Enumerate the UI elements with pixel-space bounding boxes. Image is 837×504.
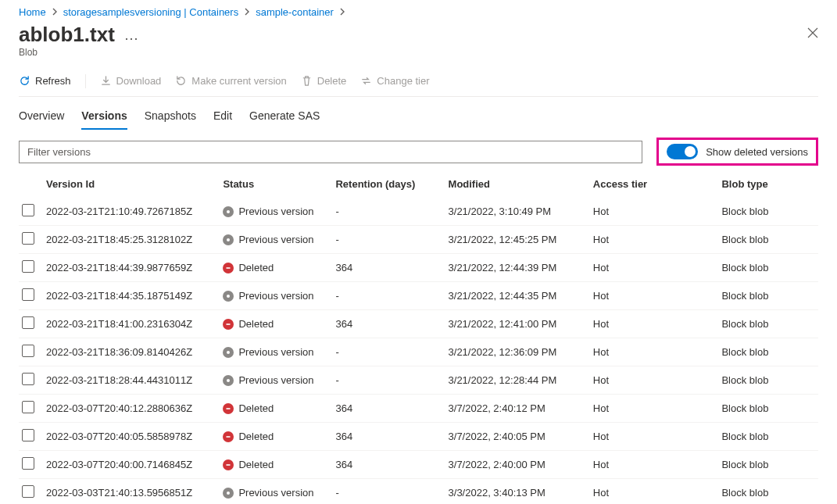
- table-row[interactable]: 2022-03-21T18:41:00.2316304ZDeleted3643/…: [19, 310, 818, 338]
- refresh-label: Refresh: [35, 75, 71, 87]
- table-row[interactable]: 2022-03-21T18:45:25.3128102ZPrevious ver…: [19, 226, 818, 254]
- download-icon: [100, 75, 112, 87]
- change-tier-button[interactable]: Change tier: [360, 73, 429, 88]
- cell-status: Deleted: [223, 310, 335, 338]
- col-blob-type[interactable]: Blob type: [721, 170, 818, 198]
- cell-status: Previous version: [223, 366, 335, 395]
- tab-overview[interactable]: Overview: [19, 106, 64, 130]
- cell-version-id: 2022-03-21T18:44:39.9877659Z: [46, 254, 223, 282]
- svg-rect-4: [227, 323, 231, 325]
- cell-tier: Hot: [593, 282, 722, 310]
- status-label: Previous version: [238, 234, 313, 245]
- cell-status: Deleted: [223, 395, 335, 423]
- cell-version-id: 2022-03-21T18:41:00.2316304Z: [46, 310, 223, 338]
- breadcrumb-link-container[interactable]: sample-container: [256, 6, 334, 18]
- table-row[interactable]: 2022-03-07T20:40:00.7146845ZDeleted3643/…: [19, 451, 818, 479]
- make-current-label: Make current version: [191, 75, 286, 87]
- status-label: Deleted: [238, 402, 274, 414]
- col-status[interactable]: Status: [223, 170, 335, 198]
- tab-generate-sas[interactable]: Generate SAS: [249, 106, 320, 130]
- versions-table-body: 2022-03-21T21:10:49.7267185ZPrevious ver…: [19, 198, 818, 504]
- table-row[interactable]: 2022-03-21T18:44:39.9877659ZDeleted3643/…: [19, 254, 818, 282]
- breadcrumb-link-home[interactable]: Home: [19, 6, 46, 18]
- table-row[interactable]: 2022-03-21T21:10:49.7267185ZPrevious ver…: [19, 198, 818, 226]
- status-label: Previous version: [238, 346, 313, 358]
- cell-type: Block blob: [721, 198, 818, 226]
- table-row[interactable]: 2022-03-07T20:40:05.5858978ZDeleted3643/…: [19, 423, 818, 451]
- deleted-icon: [223, 403, 234, 414]
- make-current-button[interactable]: Make current version: [175, 73, 286, 88]
- deleted-icon: [223, 263, 234, 273]
- show-deleted-toggle-wrap: Show deleted versions: [656, 138, 818, 166]
- cell-tier: Hot: [593, 366, 722, 395]
- cell-type: Block blob: [721, 366, 818, 395]
- table-row[interactable]: 2022-03-21T18:44:35.1875149ZPrevious ver…: [19, 282, 818, 310]
- col-modified[interactable]: Modified: [449, 170, 593, 198]
- delete-icon: [301, 75, 313, 87]
- cell-type: Block blob: [721, 423, 818, 451]
- row-checkbox[interactable]: [22, 373, 34, 385]
- row-checkbox[interactable]: [22, 457, 34, 470]
- row-checkbox[interactable]: [22, 485, 34, 498]
- status-label: Deleted: [238, 459, 274, 470]
- delete-button[interactable]: Delete: [301, 73, 347, 88]
- cell-status: Previous version: [223, 198, 335, 226]
- show-deleted-label: Show deleted versions: [706, 146, 808, 158]
- filter-versions-input[interactable]: [19, 141, 642, 163]
- cell-type: Block blob: [721, 310, 818, 338]
- cell-retention: -: [335, 338, 448, 366]
- cell-status: Previous version: [223, 479, 335, 505]
- tab-snapshots[interactable]: Snapshots: [145, 106, 196, 130]
- cell-retention: -: [335, 226, 448, 254]
- row-checkbox[interactable]: [22, 288, 34, 301]
- breadcrumb-link-storage[interactable]: storagesamplesversioning | Containers: [63, 6, 239, 18]
- download-button[interactable]: Download: [100, 73, 162, 88]
- cell-status: Deleted: [223, 451, 335, 479]
- cell-type: Block blob: [721, 282, 818, 310]
- page-header: ablob1.txt ⋯ Blob: [19, 23, 818, 67]
- cell-version-id: 2022-03-21T18:36:09.8140426Z: [46, 338, 223, 366]
- svg-point-10: [227, 491, 230, 495]
- table-row[interactable]: 2022-03-03T21:40:13.5956851ZPrevious ver…: [19, 479, 818, 505]
- tab-versions[interactable]: Versions: [81, 106, 127, 130]
- previous-version-icon: [223, 234, 234, 245]
- col-retention[interactable]: Retention (days): [335, 170, 448, 198]
- cell-retention: 364: [335, 310, 448, 338]
- tab-edit[interactable]: Edit: [213, 106, 232, 130]
- table-row[interactable]: 2022-03-21T18:36:09.8140426ZPrevious ver…: [19, 338, 818, 366]
- svg-point-1: [227, 238, 230, 241]
- cell-type: Block blob: [721, 395, 818, 423]
- cell-version-id: 2022-03-07T20:40:00.7146845Z: [46, 451, 223, 479]
- svg-rect-8: [227, 436, 231, 438]
- cell-status: Previous version: [223, 338, 335, 366]
- cell-type: Block blob: [721, 226, 818, 254]
- cell-modified: 3/7/2022, 2:40:00 PM: [449, 451, 593, 479]
- more-actions-icon[interactable]: ⋯: [124, 31, 139, 45]
- cell-modified: 3/21/2022, 12:44:35 PM: [449, 282, 593, 310]
- status-label: Deleted: [238, 318, 274, 330]
- chevron-right-icon: [338, 6, 346, 18]
- row-checkbox[interactable]: [22, 401, 34, 413]
- row-checkbox[interactable]: [22, 204, 34, 216]
- cell-version-id: 2022-03-21T21:10:49.7267185Z: [46, 198, 223, 226]
- table-row[interactable]: 2022-03-21T18:28:44.4431011ZPrevious ver…: [19, 366, 818, 395]
- close-button[interactable]: [807, 23, 818, 45]
- row-checkbox[interactable]: [22, 232, 34, 245]
- tab-bar: OverviewVersionsSnapshotsEditGenerate SA…: [19, 97, 818, 130]
- svg-point-6: [227, 379, 230, 382]
- row-checkbox[interactable]: [22, 316, 34, 329]
- row-checkbox[interactable]: [22, 429, 34, 441]
- cell-tier: Hot: [593, 451, 722, 479]
- show-deleted-toggle[interactable]: [667, 144, 698, 159]
- cell-version-id: 2022-03-07T20:40:05.5858978Z: [46, 423, 223, 451]
- row-checkbox[interactable]: [22, 260, 34, 273]
- previous-version-icon: [223, 375, 234, 386]
- cell-status: Deleted: [223, 423, 335, 451]
- cell-modified: 3/21/2022, 12:41:00 PM: [449, 310, 593, 338]
- cell-retention: 364: [335, 395, 448, 423]
- col-access-tier[interactable]: Access tier: [593, 170, 722, 198]
- col-version-id[interactable]: Version Id: [46, 170, 223, 198]
- table-row[interactable]: 2022-03-07T20:40:12.2880636ZDeleted3643/…: [19, 395, 818, 423]
- row-checkbox[interactable]: [22, 345, 34, 357]
- refresh-button[interactable]: Refresh: [19, 73, 71, 88]
